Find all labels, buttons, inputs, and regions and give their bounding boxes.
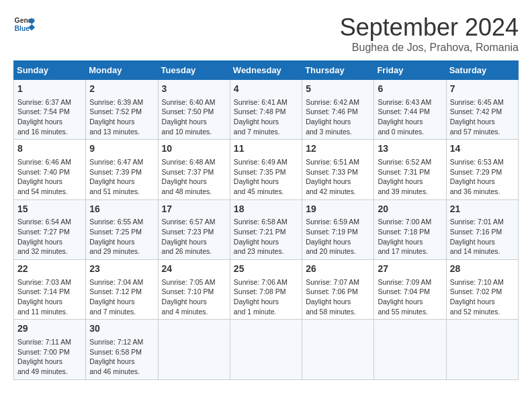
table-row: 28 Sunrise: 7:10 AM Sunset: 7:02 PM Dayl… <box>446 260 518 320</box>
table-row: 18 Sunrise: 6:58 AM Sunset: 7:21 PM Dayl… <box>230 199 302 259</box>
table-row: 9 Sunrise: 6:47 AM Sunset: 7:39 PM Dayli… <box>86 140 158 199</box>
calendar-header: Sunday Monday Tuesday Wednesday Thursday… <box>14 61 519 80</box>
table-row: 24 Sunrise: 7:05 AM Sunset: 7:10 PM Dayl… <box>158 260 230 320</box>
table-row: 20 Sunrise: 7:00 AM Sunset: 7:18 PM Dayl… <box>374 199 446 259</box>
table-row: 4 Sunrise: 6:41 AM Sunset: 7:48 PM Dayli… <box>230 80 302 140</box>
table-row: 5 Sunrise: 6:42 AM Sunset: 7:46 PM Dayli… <box>302 80 374 140</box>
table-row: 26 Sunrise: 7:07 AM Sunset: 7:06 PM Dayl… <box>302 260 374 320</box>
table-row: 30 Sunrise: 7:12 AM Sunset: 6:58 PM Dayl… <box>86 320 158 379</box>
empty-cell <box>230 320 302 379</box>
empty-cell <box>302 320 374 379</box>
main-title: September 2024 <box>340 13 519 42</box>
table-row: 15 Sunrise: 6:54 AM Sunset: 7:27 PM Dayl… <box>14 199 86 259</box>
empty-cell <box>158 320 230 379</box>
empty-cell <box>446 320 518 379</box>
title-block: September 2024 Bughea de Jos, Prahova, R… <box>340 13 519 54</box>
table-row: 8 Sunrise: 6:46 AM Sunset: 7:40 PM Dayli… <box>14 140 86 199</box>
col-wednesday: Wednesday <box>230 61 302 80</box>
table-row: 29 Sunrise: 7:11 AM Sunset: 7:00 PM Dayl… <box>14 320 86 379</box>
table-row: 2 Sunrise: 6:39 AM Sunset: 7:52 PM Dayli… <box>86 80 158 140</box>
table-row: 3 Sunrise: 6:40 AM Sunset: 7:50 PM Dayli… <box>158 80 230 140</box>
empty-cell <box>374 320 446 379</box>
col-thursday: Thursday <box>302 61 374 80</box>
table-row: 21 Sunrise: 7:01 AM Sunset: 7:16 PM Dayl… <box>446 199 518 259</box>
table-row: 1 Sunrise: 6:37 AM Sunset: 7:54 PM Dayli… <box>14 80 86 140</box>
table-row: 14 Sunrise: 6:53 AM Sunset: 7:29 PM Dayl… <box>446 140 518 199</box>
calendar-body: 1 Sunrise: 6:37 AM Sunset: 7:54 PM Dayli… <box>14 80 519 380</box>
table-row: 16 Sunrise: 6:55 AM Sunset: 7:25 PM Dayl… <box>86 199 158 259</box>
table-row: 23 Sunrise: 7:04 AM Sunset: 7:12 PM Dayl… <box>86 260 158 320</box>
table-row: 27 Sunrise: 7:09 AM Sunset: 7:04 PM Dayl… <box>374 260 446 320</box>
table-row: 11 Sunrise: 6:49 AM Sunset: 7:35 PM Dayl… <box>230 140 302 199</box>
table-row: 25 Sunrise: 7:06 AM Sunset: 7:08 PM Dayl… <box>230 260 302 320</box>
col-tuesday: Tuesday <box>158 61 230 80</box>
page-header: General Blue September 2024 Bughea de Jo… <box>13 13 519 54</box>
table-row: 12 Sunrise: 6:51 AM Sunset: 7:33 PM Dayl… <box>302 140 374 199</box>
table-row: 19 Sunrise: 6:59 AM Sunset: 7:19 PM Dayl… <box>302 199 374 259</box>
subtitle: Bughea de Jos, Prahova, Romania <box>340 42 519 54</box>
col-sunday: Sunday <box>14 61 86 80</box>
logo: General Blue <box>13 13 35 35</box>
calendar-table: Sunday Monday Tuesday Wednesday Thursday… <box>13 60 519 380</box>
table-row: 22 Sunrise: 7:03 AM Sunset: 7:14 PM Dayl… <box>14 260 86 320</box>
table-row: 7 Sunrise: 6:45 AM Sunset: 7:42 PM Dayli… <box>446 80 518 140</box>
col-saturday: Saturday <box>446 61 518 80</box>
svg-text:Blue: Blue <box>15 25 30 32</box>
table-row: 10 Sunrise: 6:48 AM Sunset: 7:37 PM Dayl… <box>158 140 230 199</box>
logo-icon: General Blue <box>13 13 35 35</box>
table-row: 13 Sunrise: 6:52 AM Sunset: 7:31 PM Dayl… <box>374 140 446 199</box>
col-monday: Monday <box>86 61 158 80</box>
table-row: 6 Sunrise: 6:43 AM Sunset: 7:44 PM Dayli… <box>374 80 446 140</box>
col-friday: Friday <box>374 61 446 80</box>
table-row: 17 Sunrise: 6:57 AM Sunset: 7:23 PM Dayl… <box>158 199 230 259</box>
